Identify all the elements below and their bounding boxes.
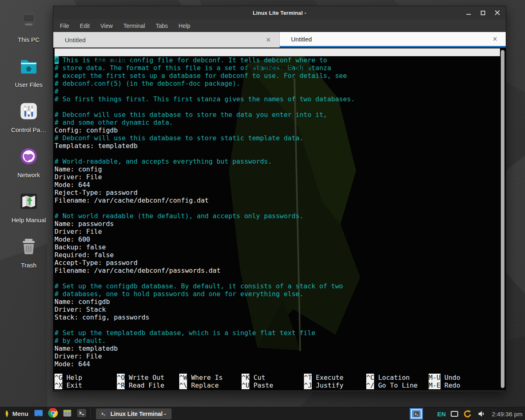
nano-buffer[interactable]: # This is the main config file for debco… [55,56,500,368]
terminal-icon [77,408,87,420]
menu-help[interactable]: Help [178,23,190,29]
tab-close-icon[interactable]: × [492,35,498,43]
nano-line [55,274,500,282]
menu-button-label: Menu [12,410,28,417]
network-icon [18,141,39,168]
shortcut-key: ^C [366,374,374,381]
nano-line: Templates: templatedb [55,142,500,150]
desktop-icon-user-files[interactable]: User Files [7,51,50,96]
nano-line: # Set up the templatedb database, which … [55,329,500,337]
control-panel-icon [18,96,39,123]
tray-active-terminal-icon[interactable] [411,409,422,418]
nano-line [55,150,500,158]
desktop-icon-help-manual[interactable]: Help Manual [7,186,50,231]
shortcut-key: ^R [117,381,125,389]
desktop-icon-network[interactable]: Network [7,141,50,186]
nano-shortcut: ^T Execute [304,374,366,381]
launcher-terminal[interactable] [76,409,87,419]
clock[interactable]: 2:49:36 pm [492,411,523,418]
nano-shortcut: ^J Justify [304,381,366,389]
shortcut-label: Go To Line [378,381,418,389]
keyboard-layout-indicator[interactable]: EN [437,411,446,418]
nano-shortcut: ^U Paste [242,381,304,389]
nano-line: Reject-Type: password [55,189,500,196]
start-menu-button[interactable]: Menu [0,407,32,420]
nano-shortcut: M-U Undo [429,374,491,381]
panel-separator [90,409,94,419]
tab-untitled-1[interactable]: Untitled × [53,32,280,48]
minimize-icon[interactable] [466,10,471,16]
menu-view[interactable]: View [100,23,113,29]
nano-shortcut: ^X Exit [55,381,117,389]
nano-line: Driver: File [55,352,500,360]
nano-line: # Debconf will use this database to stor… [55,111,500,119]
close-icon[interactable] [495,10,500,16]
maximize-icon[interactable] [480,10,486,16]
nano-line: Name: config [55,165,500,173]
nano-line: # [55,87,500,95]
shortcut-label: Write Out [129,374,164,381]
nano-line: Stack: config, passwords [55,313,500,321]
nano-line: Driver: File [55,228,500,235]
desktop-icon-control-panel[interactable]: Control Pa… [7,96,50,141]
nano-line: # and some other dynamic data. [55,119,500,126]
nano-line: Config: configdb [55,126,500,134]
shortcut-label: Justify [316,381,343,389]
terminal-scrollbar[interactable] [501,50,504,388]
shortcut-label: Paste [253,381,273,389]
nano-filename: /etc/debconf.conf [55,64,500,72]
terminal-screen[interactable]: GNU nano 7.2 /etc/debconf.conf # This is… [53,48,506,390]
tab-untitled-2[interactable]: Untitled × [280,32,506,48]
desktop-icon-label: Control Pa… [11,126,46,133]
nano-line: Name: templatedb [55,345,500,352]
nano-shortcut: ^R Read File [117,381,179,389]
launcher-file-manager[interactable] [62,409,73,419]
nano-line: Filename: /var/cache/debconf/config.dat [55,196,500,204]
shortcut-key: ^X [55,381,62,389]
taskbar-window-button[interactable]: Linux Lite Terminal - [96,409,171,419]
nano-line [55,204,500,212]
nano-line: Mode: 644 [55,181,500,189]
desktop-icon-label: Help Manual [11,217,46,224]
shortcut-label: Location [378,374,410,381]
desktop-icon-this-pc[interactable]: This PC [7,6,50,51]
updates-icon[interactable] [463,409,472,418]
desktop-icon-label: Trash [21,262,37,269]
window-title: Linux Lite Terminal - [53,10,506,16]
menu-tabs[interactable]: Tabs [156,23,168,29]
shortcut-label: Replace [191,381,219,389]
menu-edit[interactable]: Edit [80,23,90,29]
help-manual-icon [18,186,39,213]
nano-line [55,103,500,111]
desktop-icon-label: User Files [15,81,43,88]
desktop-icon-trash[interactable]: Trash [7,231,50,276]
volume-icon[interactable] [477,409,486,418]
clipboard-icon[interactable] [451,411,458,417]
nano-line: # debconf.conf(5) (in the debconf-doc pa… [55,80,500,87]
nano-shortcut-bar: ^G Help^O Write Out^W Where Is^K Cut^T E… [55,374,500,389]
nano-line: Name: configdb [55,298,500,306]
launcher-area [33,409,87,419]
tab-label: Untitled [65,37,86,43]
shortcut-key: ^G [55,374,62,381]
nano-line: # Set up the configdb database. By defau… [55,282,500,290]
linux-lite-logo-icon [3,409,10,418]
menu-file[interactable]: File [60,23,69,29]
nano-line: Mode: 600 [55,235,500,243]
window-titlebar[interactable]: Linux Lite Terminal - [53,6,506,19]
shortcut-label: Redo [445,381,461,389]
shortcut-label: Undo [445,374,461,381]
shortcut-key: ^J [304,381,312,389]
shortcut-key: ^U [242,381,249,389]
tab-close-icon[interactable]: × [266,36,271,43]
nano-line: # World-readable, and accepts everything… [55,158,500,165]
launcher-workspaces[interactable] [33,409,44,419]
nano-line: Filename: /var/cache/debconf/passwords.d… [55,267,500,274]
menu-terminal[interactable]: Terminal [123,23,145,29]
nano-line: Required: false [55,251,500,259]
terminal-icon [413,411,420,417]
nano-shortcut: ^\ Replace [179,381,242,389]
launcher-chrome[interactable] [48,409,58,419]
chrome-icon [48,408,58,420]
shortcut-label: Execute [316,374,343,381]
